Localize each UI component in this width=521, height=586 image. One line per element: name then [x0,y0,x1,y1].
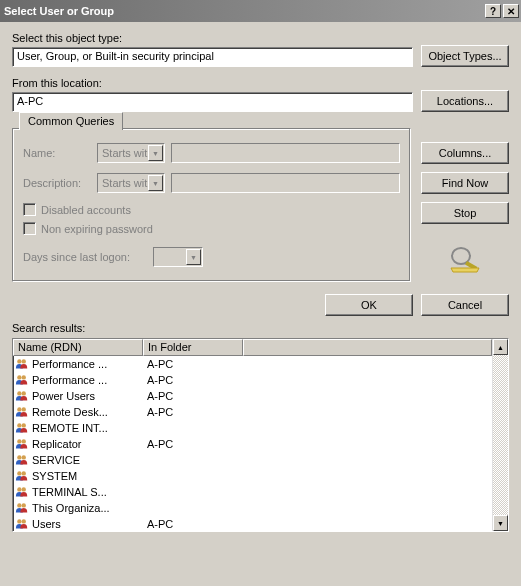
table-row[interactable]: Performance ...A-PC [13,372,492,388]
object-type-label: Select this object type: [12,32,413,44]
column-header-name[interactable]: Name (RDN) [13,339,143,356]
column-header-folder[interactable]: In Folder [143,339,243,356]
cancel-button[interactable]: Cancel [421,294,509,316]
name-label: Name: [23,147,97,159]
disabled-accounts-checkbox: Disabled accounts [23,203,400,216]
chevron-down-icon: ▼ [148,145,163,161]
search-icon [447,244,483,274]
title-bar: Select User or Group ? ✕ [0,0,521,22]
common-queries-group: Common Queries Name: Starts with▼ Descri… [12,128,411,282]
table-row[interactable]: SYSTEM [13,468,492,484]
svg-point-23 [22,519,26,523]
svg-point-21 [22,503,26,507]
svg-point-3 [22,359,26,363]
table-row[interactable]: SERVICE [13,452,492,468]
object-types-button[interactable]: Object Types... [421,45,509,67]
name-input [171,143,400,163]
description-input [171,173,400,193]
svg-point-17 [22,471,26,475]
svg-point-15 [22,455,26,459]
object-type-field[interactable]: User, Group, or Built-in security princi… [12,47,413,67]
table-row[interactable]: TERMINAL S... [13,484,492,500]
svg-point-2 [17,359,21,363]
svg-point-8 [17,407,21,411]
svg-point-10 [17,423,21,427]
table-row[interactable]: REMOTE INT... [13,420,492,436]
table-row[interactable]: UsersA-PC [13,516,492,531]
ok-button[interactable]: OK [325,294,413,316]
window-title: Select User or Group [4,5,483,17]
scroll-down-icon[interactable]: ▼ [493,515,508,531]
svg-point-20 [17,503,21,507]
svg-point-19 [22,487,26,491]
close-button[interactable]: ✕ [503,4,519,18]
table-row[interactable]: Performance ...A-PC [13,356,492,372]
stop-button[interactable]: Stop [421,202,509,224]
svg-point-16 [17,471,21,475]
non-expiring-checkbox: Non expiring password [23,222,400,235]
description-label: Description: [23,177,97,189]
location-label: From this location: [12,77,413,89]
svg-point-5 [22,375,26,379]
description-mode-combo: Starts with▼ [97,173,165,193]
table-row[interactable]: Power UsersA-PC [13,388,492,404]
days-since-logon-label: Days since last logon: [23,251,153,263]
svg-point-4 [17,375,21,379]
table-row[interactable]: This Organiza... [13,500,492,516]
column-header-spacer [243,339,492,356]
svg-point-22 [17,519,21,523]
name-mode-combo: Starts with▼ [97,143,165,163]
svg-point-9 [22,407,26,411]
svg-point-12 [17,439,21,443]
chevron-down-icon: ▼ [186,249,201,265]
columns-button[interactable]: Columns... [421,142,509,164]
svg-point-6 [17,391,21,395]
results-listview[interactable]: Name (RDN) In Folder Performance ...A-PC… [12,338,509,532]
svg-point-7 [22,391,26,395]
days-combo: ▼ [153,247,203,267]
vertical-scrollbar[interactable]: ▲ ▼ [492,339,508,531]
locations-button[interactable]: Locations... [421,90,509,112]
find-now-button[interactable]: Find Now [421,172,509,194]
location-field[interactable]: A-PC [12,92,413,112]
help-button[interactable]: ? [485,4,501,18]
svg-point-11 [22,423,26,427]
common-queries-tab[interactable]: Common Queries [19,112,123,130]
svg-point-14 [17,455,21,459]
table-row[interactable]: ReplicatorA-PC [13,436,492,452]
svg-point-18 [17,487,21,491]
table-row[interactable]: Remote Desk...A-PC [13,404,492,420]
scroll-up-icon[interactable]: ▲ [493,339,508,355]
svg-point-13 [22,439,26,443]
chevron-down-icon: ▼ [148,175,163,191]
search-results-label: Search results: [12,322,509,334]
